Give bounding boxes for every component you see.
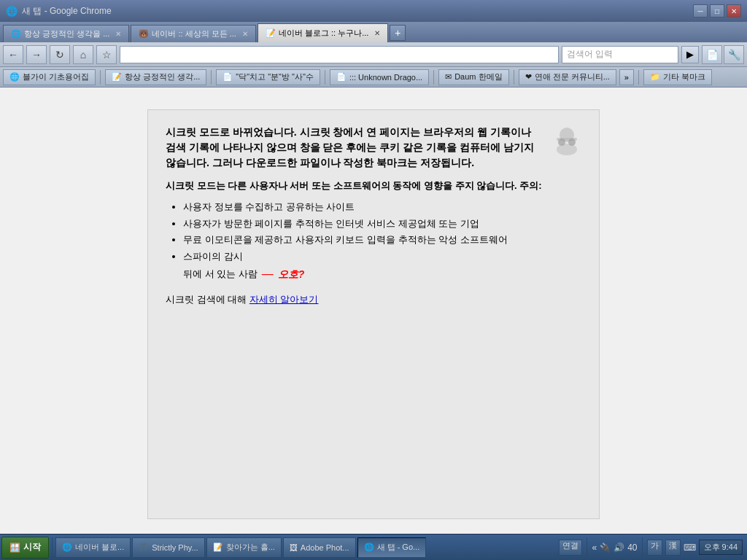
bookmark-folder-button[interactable]: 📁 기타 북마크 — [643, 69, 712, 85]
tab-close-1[interactable]: ✕ — [115, 30, 121, 38]
search-bar[interactable]: 검색어 입력 — [562, 46, 678, 63]
incognito-link-line: 시크릿 검색에 대해 자세히 알아보기 — [166, 293, 581, 306]
svg-point-4 — [568, 139, 576, 146]
folder-icon: 📁 — [650, 72, 660, 82]
main-content: 시크릿 모드로 바뀌었습니다. 시크릿 창에서 연 페이지는 브라우저의 웹 기… — [0, 88, 747, 534]
title-bar-left: 🌐 새 탭 - Google Chrome — [6, 5, 112, 18]
bookmark-item-4[interactable]: 📄 ::: Unknown Drago... — [330, 69, 429, 85]
tab-2[interactable]: 🐻 네이버 :: 세상의 모든 ... ✕ — [131, 25, 256, 42]
incognito-icon — [549, 123, 584, 158]
tab-3[interactable]: 📝 네이버 블로그 :: 누구나... ✕ — [258, 23, 388, 42]
bookmark-overflow-button[interactable]: » — [619, 69, 634, 85]
bookmark-label-5: Daum 한메일 — [454, 71, 502, 82]
bookmark-item-5[interactable]: ✉ Daum 한메일 — [438, 69, 508, 85]
tab-favicon-2: 🐻 — [139, 29, 149, 39]
reload-button[interactable]: ↻ — [50, 45, 70, 64]
wrench-button[interactable]: 🔧 — [724, 45, 744, 64]
bookmark-separator-3 — [325, 70, 325, 85]
learn-more-link[interactable]: 자세히 알아보기 — [249, 294, 319, 305]
bookmark-item-2[interactable]: 📝 항상 긍정적인 생각... — [105, 69, 206, 85]
tab-label-1: 항상 긍정적인 생각을 ... — [24, 28, 109, 39]
bookmark-favicon-6: ❤ — [525, 72, 532, 82]
bookmark-label-6: 연애 전문 커뮤니티... — [535, 71, 610, 82]
bookmark-item-1[interactable]: 🌐 블가이 기초용어집 — [3, 69, 96, 85]
tab-close-3[interactable]: ✕ — [374, 29, 380, 37]
tab-bar: 🌐 항상 긍정적인 생각을 ... ✕ 🐻 네이버 :: 세상의 모든 ... … — [0, 22, 747, 42]
list-item-5: 뒤에 서 있는 사람 — 오호? — [183, 265, 581, 283]
bookmark-separator-1 — [100, 70, 101, 85]
home-button[interactable]: ⌂ — [73, 45, 93, 64]
title-bar-title: 새 탭 - Google Chrome — [22, 5, 112, 18]
bookmark-favicon-5: ✉ — [445, 72, 452, 82]
list-item-1: 사용자 정보를 수집하고 공유하는 사이트 — [183, 200, 581, 214]
bookmark-separator-5 — [514, 70, 514, 85]
link-prefix: 시크릿 검색에 대해 — [166, 294, 249, 305]
search-go-icon: ▶ — [686, 49, 694, 60]
new-tab-button[interactable]: + — [390, 25, 406, 41]
back-button[interactable]: ← — [3, 45, 23, 64]
star-button[interactable]: ☆ — [96, 45, 117, 64]
bookmark-folder-label: 기타 북마크 — [663, 71, 705, 82]
address-bar[interactable] — [120, 46, 559, 63]
funny-oho-text: 오호? — [278, 267, 305, 282]
bookmark-separator-2 — [211, 70, 212, 85]
incognito-warning: 시크릿 모드는 다른 사용자나 서버 또는 소프트웨어의 동작에 영향을 주지 … — [166, 179, 581, 192]
tab-1[interactable]: 🌐 항상 긍정적인 생각을 ... ✕ — [3, 25, 129, 42]
close-button[interactable]: ✕ — [727, 4, 741, 18]
search-go-button[interactable]: ▶ — [681, 46, 699, 63]
tab-close-2[interactable]: ✕ — [242, 30, 248, 38]
minimize-button[interactable]: ─ — [693, 4, 708, 18]
tab-label-3: 네이버 블로그 :: 누구나... — [279, 28, 368, 39]
tab-favicon-3: 📝 — [266, 28, 276, 39]
bookmark-favicon-4: 📄 — [336, 72, 347, 82]
bookmark-favicon-2: 📝 — [112, 72, 122, 82]
nav-bar: ← → ↻ ⌂ ☆ 검색어 입력 ▶ 📄 🔧 — [0, 42, 747, 67]
svg-point-2 — [557, 144, 577, 155]
tab-favicon-1: 🌐 — [11, 29, 21, 39]
title-bar-controls: ─ □ ✕ — [693, 4, 741, 18]
incognito-title-bold: 시크릿 모드로 바뀌었습니다. — [166, 126, 297, 138]
bookmark-label-4: ::: Unknown Drago... — [349, 73, 422, 82]
bookmarks-bar: 🌐 블가이 기초용어집 📝 항상 긍정적인 생각... 📄 "닥"치고 "분"방… — [0, 67, 747, 88]
tab-label-2: 네이버 :: 세상의 모든 ... — [152, 28, 236, 39]
bookmark-label-2: 항상 긍정적인 생각... — [125, 71, 200, 82]
bookmark-item-3[interactable]: 📄 "닥"치고 "분"방 "사"수 — [216, 69, 320, 85]
bookmark-label-3: "닥"치고 "분"방 "사"수 — [236, 71, 314, 82]
browser-icon: 🌐 — [6, 6, 18, 17]
title-bar: 🌐 새 탭 - Google Chrome ─ □ ✕ — [0, 0, 747, 22]
bookmark-separator-4 — [433, 70, 434, 85]
funny-arrow-icon: — — [262, 265, 274, 283]
svg-point-3 — [558, 139, 565, 146]
list-item-4: 스파이의 감시 — [183, 249, 581, 264]
list-item-5-text: 뒤에 서 있는 사람 — [183, 267, 258, 281]
list-item-2: 사용자가 방문한 페이지를 추적하는 인터넷 서비스 제공업체 또는 기업 — [183, 217, 581, 231]
incognito-list: 사용자 정보를 수집하고 공유하는 사이트 사용자가 방문한 페이지를 추적하는… — [183, 200, 581, 283]
bookmark-separator-6 — [638, 70, 639, 85]
search-placeholder: 검색어 입력 — [567, 48, 613, 61]
nav-right-buttons: 📄 🔧 — [702, 45, 744, 64]
incognito-header: 시크릿 모드로 바뀌었습니다. 시크릿 창에서 연 페이지는 브라우저의 웹 기… — [166, 125, 581, 171]
maximize-button[interactable]: □ — [710, 4, 724, 18]
page-menu-button[interactable]: 📄 — [702, 45, 722, 64]
bookmark-favicon-3: 📄 — [222, 72, 233, 82]
incognito-info-box: 시크릿 모드로 바뀌었습니다. 시크릿 창에서 연 페이지는 브라우저의 웹 기… — [147, 109, 600, 519]
bookmark-label-1: 블가이 기초용어집 — [23, 71, 89, 82]
list-item-3: 무료 이모티콘을 제공하고 사용자의 키보드 입력을 추적하는 악성 소프트웨어 — [183, 233, 581, 247]
bookmark-item-6[interactable]: ❤ 연애 전문 커뮤니티... — [519, 69, 616, 85]
bookmark-favicon-1: 🌐 — [9, 72, 20, 82]
forward-button[interactable]: → — [26, 45, 47, 64]
